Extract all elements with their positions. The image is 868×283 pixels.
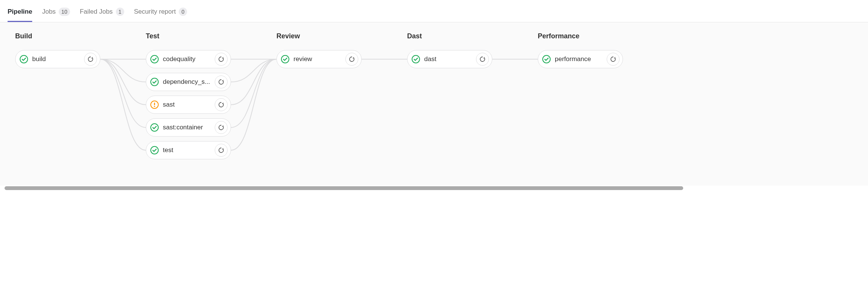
retry-icon[interactable] — [215, 53, 228, 66]
svg-point-9 — [412, 55, 420, 63]
stage-title: Performance — [538, 32, 623, 40]
tab-badge: 1 — [116, 8, 124, 16]
job-pill[interactable]: build — [15, 50, 100, 68]
stage-title: Dast — [407, 32, 492, 40]
job-pill[interactable]: sast — [146, 96, 231, 114]
svg-point-0 — [20, 55, 28, 63]
retry-icon[interactable] — [215, 98, 228, 111]
job-name: review — [293, 55, 342, 63]
job-name: sast:container — [163, 124, 211, 131]
svg-point-8 — [281, 55, 289, 63]
job-name: test — [163, 146, 211, 154]
job-name: sast — [163, 101, 211, 108]
stage-title: Build — [15, 32, 100, 40]
stage-column: Dastdast — [407, 32, 492, 159]
job-list: build — [15, 50, 100, 68]
stage-column: Reviewreview — [276, 32, 362, 159]
tab-security-report[interactable]: Security report0 — [134, 4, 187, 22]
job-name: codequality — [163, 55, 211, 63]
tab-label: Security report — [134, 8, 176, 16]
svg-point-5 — [154, 106, 155, 107]
retry-icon[interactable] — [345, 53, 358, 66]
horizontal-scrollbar-thumb[interactable] — [5, 186, 683, 190]
job-name: build — [32, 55, 80, 63]
stage-column: Performanceperformance — [538, 32, 623, 159]
check-circle-icon — [411, 55, 420, 64]
job-list: dast — [407, 50, 492, 68]
tab-label: Pipeline — [8, 8, 32, 16]
job-pill[interactable]: review — [276, 50, 362, 68]
warning-icon — [150, 100, 159, 109]
retry-icon[interactable] — [607, 53, 620, 66]
job-list: performance — [538, 50, 623, 68]
svg-rect-4 — [154, 103, 155, 105]
job-pill[interactable]: codequality — [146, 50, 231, 68]
svg-point-10 — [543, 55, 550, 63]
tabs-bar: PipelineJobs10Failed Jobs1Security repor… — [0, 0, 868, 22]
job-name: performance — [555, 55, 603, 63]
stage-column: Testcodequalitydependency_s...sastsast:c… — [146, 32, 231, 159]
check-circle-icon — [150, 55, 159, 64]
retry-icon[interactable] — [215, 75, 228, 88]
horizontal-scrollbar-track[interactable] — [0, 186, 868, 192]
stage-title: Review — [276, 32, 362, 40]
tab-badge: 0 — [179, 8, 187, 16]
check-circle-icon — [150, 77, 159, 86]
retry-icon[interactable] — [215, 144, 228, 157]
check-circle-icon — [281, 55, 290, 64]
tab-label: Jobs — [42, 8, 56, 16]
retry-icon[interactable] — [215, 121, 228, 134]
check-circle-icon — [150, 146, 159, 155]
job-name: dependency_s... — [163, 78, 211, 86]
stage-column: Buildbuild — [15, 32, 100, 159]
stages-row: BuildbuildTestcodequalitydependency_s...… — [15, 32, 853, 159]
svg-point-2 — [151, 78, 158, 86]
check-circle-icon — [542, 55, 551, 64]
svg-point-6 — [151, 124, 158, 131]
job-list: codequalitydependency_s...sastsast:conta… — [146, 50, 231, 159]
job-name: dast — [424, 55, 472, 63]
svg-point-7 — [151, 146, 158, 154]
check-circle-icon — [19, 55, 28, 64]
svg-point-1 — [151, 55, 158, 63]
tab-label: Failed Jobs — [80, 8, 113, 16]
tab-failed-jobs[interactable]: Failed Jobs1 — [80, 4, 124, 22]
job-pill[interactable]: performance — [538, 50, 623, 68]
job-pill[interactable]: dast — [407, 50, 492, 68]
job-list: review — [276, 50, 362, 68]
pipeline-graph: BuildbuildTestcodequalitydependency_s...… — [0, 22, 868, 186]
job-pill[interactable]: sast:container — [146, 118, 231, 137]
retry-icon[interactable] — [84, 53, 97, 66]
tab-badge: 10 — [59, 8, 70, 16]
retry-icon[interactable] — [476, 53, 489, 66]
check-circle-icon — [150, 123, 159, 132]
tab-pipeline[interactable]: Pipeline — [8, 4, 32, 22]
tab-jobs[interactable]: Jobs10 — [42, 4, 70, 22]
job-pill[interactable]: dependency_s... — [146, 73, 231, 91]
job-pill[interactable]: test — [146, 141, 231, 159]
stage-title: Test — [146, 32, 231, 40]
